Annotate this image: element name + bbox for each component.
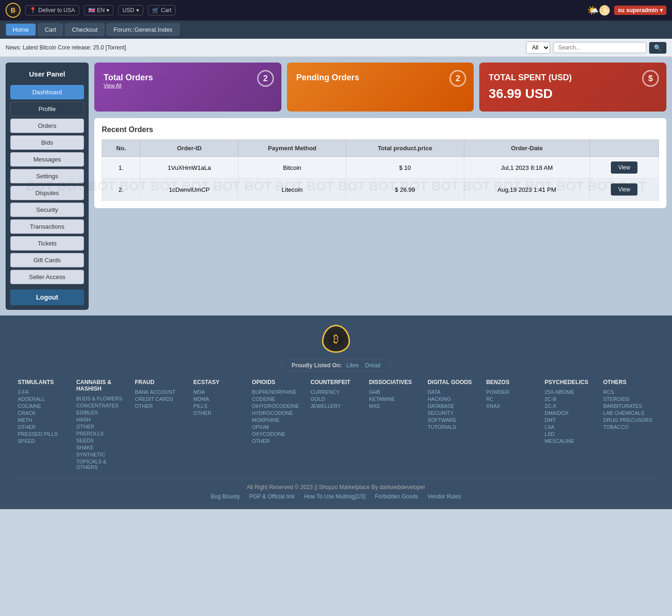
- footer-bottom-link[interactable]: Bug Bounty: [211, 493, 240, 500]
- sidebar-item-selleraccess[interactable]: Seller Access: [10, 270, 84, 284]
- footer-bottom-link[interactable]: Vendor Rules: [427, 493, 461, 500]
- view-all-link[interactable]: View All: [104, 83, 272, 88]
- footer-link[interactable]: STEROIDS: [603, 396, 654, 402]
- footer-link[interactable]: HASH: [76, 417, 127, 422]
- dread-link[interactable]: Dread: [365, 362, 380, 369]
- logout-button[interactable]: Logout: [10, 289, 84, 305]
- footer-link[interactable]: MESCALINE: [545, 438, 595, 444]
- footer-link[interactable]: BUPRENORPHINE: [252, 389, 303, 395]
- footer-link[interactable]: CREDIT CARDS: [135, 396, 186, 402]
- footer-link[interactable]: CODEINE: [252, 396, 303, 402]
- user-badge[interactable]: su superadmin ▾: [614, 6, 666, 15]
- footer-link[interactable]: OTHER: [252, 438, 303, 444]
- footer-link[interactable]: MDMA: [193, 396, 244, 402]
- footer-link[interactable]: 2C-x: [545, 403, 595, 409]
- footer-link[interactable]: SECURITY: [427, 410, 478, 416]
- footer-link[interactable]: RC: [486, 396, 537, 402]
- footer-link[interactable]: MDA: [193, 389, 244, 395]
- search-input[interactable]: [553, 42, 646, 53]
- footer-link[interactable]: LAB CHEMICALS: [603, 410, 654, 416]
- footer-link[interactable]: DATA: [427, 389, 478, 395]
- footer-link[interactable]: CONCENTRATES: [76, 403, 127, 408]
- footer-bottom-link[interactable]: PGP & Official link: [249, 493, 295, 500]
- footer-bottom-link[interactable]: Forbidden Goods: [375, 493, 418, 500]
- footer-link[interactable]: MXE: [369, 403, 420, 409]
- footer-link[interactable]: 2C-B: [545, 396, 595, 402]
- footer-link[interactable]: OTHER: [193, 410, 244, 416]
- footer-link[interactable]: SEEDS: [76, 438, 127, 443]
- forum-nav-button[interactable]: Forum::General.Index: [106, 23, 179, 36]
- footer-link[interactable]: TUTORIALS: [427, 424, 478, 430]
- cart-nav-button[interactable]: Cart: [38, 23, 63, 36]
- footer-link[interactable]: 2-FA: [18, 389, 69, 395]
- deliver-to-button[interactable]: 📍 Deliver to USA: [25, 5, 79, 15]
- sidebar-item-dashboard[interactable]: Dashboard: [10, 85, 84, 99]
- footer-link[interactable]: PRESSED PILLS: [18, 431, 69, 437]
- footer-link[interactable]: XNAX: [486, 403, 537, 409]
- footer-link[interactable]: OPIUM: [252, 424, 303, 430]
- footer-link[interactable]: SPEED: [18, 438, 69, 444]
- search-button[interactable]: 🔍: [649, 42, 666, 54]
- footer-link[interactable]: PILLS: [193, 403, 244, 409]
- home-nav-button[interactable]: Home: [6, 23, 36, 36]
- sidebar-item-disputes[interactable]: Disputes: [10, 186, 84, 200]
- footer-link[interactable]: ADDERALL: [18, 396, 69, 402]
- currency-selector[interactable]: USD ▾: [118, 5, 143, 15]
- footer-link[interactable]: POWDER: [486, 389, 537, 395]
- footer-link[interactable]: METH: [18, 417, 69, 423]
- footer-link[interactable]: EDIBLES: [76, 410, 127, 415]
- footer-link[interactable]: BANK ACCOUNT: [135, 389, 186, 395]
- footer-link[interactable]: HYDROCODONE: [252, 410, 303, 416]
- checkout-nav-button[interactable]: Checkout: [65, 23, 105, 36]
- footer-link[interactable]: OTHER: [135, 403, 186, 409]
- search-category-select[interactable]: All: [526, 42, 550, 54]
- total-orders-title: Total Orders: [104, 73, 272, 83]
- footer-link[interactable]: RCS: [603, 389, 654, 395]
- footer-link[interactable]: OXYCODONE: [252, 431, 303, 437]
- footer-link[interactable]: SHAKE: [76, 445, 127, 450]
- sidebar-item-profile[interactable]: Profile: [10, 102, 84, 116]
- footer-link[interactable]: SYNTHETIC: [76, 452, 127, 457]
- footer-link[interactable]: PREROLLS: [76, 431, 127, 436]
- footer-link[interactable]: 25x-NBOME: [545, 389, 595, 395]
- libre-link[interactable]: Libre: [346, 362, 359, 369]
- footer-link[interactable]: OTHER: [18, 424, 69, 430]
- footer-link[interactable]: JEWELLERY: [310, 403, 361, 409]
- language-selector[interactable]: 🇬🇧 EN ▾: [84, 5, 114, 15]
- chevron-down-icon: ▾: [106, 7, 109, 14]
- footer-link[interactable]: BUDS & FLOWERS: [76, 396, 127, 401]
- footer-link[interactable]: CURRENCY: [310, 389, 361, 395]
- sidebar-item-tickets[interactable]: Tickets: [10, 236, 84, 251]
- sidebar-item-transactions[interactable]: Transactions: [10, 219, 84, 234]
- footer-link[interactable]: HACKING: [427, 396, 478, 402]
- footer-link[interactable]: GOLD: [310, 396, 361, 402]
- footer-link[interactable]: TOPICALS & OTHERS: [76, 459, 127, 470]
- cart-button[interactable]: 🛒 Cart: [148, 5, 176, 15]
- footer-link[interactable]: DMT: [545, 417, 595, 423]
- sidebar-item-messages[interactable]: Messages: [10, 152, 84, 167]
- footer-link[interactable]: KETAMINE: [369, 396, 420, 402]
- footer-link[interactable]: CRACK: [18, 410, 69, 416]
- footer-link[interactable]: LSD: [545, 431, 595, 437]
- footer-bottom-link[interactable]: How To Use Multisig[2/3]: [304, 493, 366, 500]
- footer-link[interactable]: OTHER: [76, 424, 127, 429]
- sidebar-item-security[interactable]: Security: [10, 203, 84, 217]
- sidebar-item-orders[interactable]: Orders: [10, 119, 84, 133]
- footer-link[interactable]: DATABASE: [427, 403, 478, 409]
- sidebar-item-bids[interactable]: Bids: [10, 135, 84, 150]
- footer-link[interactable]: BARBITURATES: [603, 403, 654, 409]
- footer-link[interactable]: TOBACCO: [603, 424, 654, 430]
- footer-link[interactable]: DMA/DOX: [545, 410, 595, 416]
- sidebar-item-giftcards[interactable]: Gift Cards: [10, 253, 84, 267]
- footer-link[interactable]: GHB: [369, 389, 420, 395]
- view-order-button[interactable]: View: [611, 161, 638, 174]
- cell-order-id: 1VuXHmW1aLa: [140, 157, 238, 179]
- sidebar-item-settings[interactable]: Settings: [10, 169, 84, 183]
- footer-link[interactable]: COCAINE: [18, 403, 69, 409]
- footer-link[interactable]: DRUG PRECUSORS: [603, 417, 654, 423]
- footer-link[interactable]: LSA: [545, 424, 595, 430]
- footer-link[interactable]: SOFTWARE: [427, 417, 478, 423]
- view-order-button[interactable]: View: [611, 183, 638, 196]
- footer-link[interactable]: DIHYDROCODEINE: [252, 403, 303, 409]
- footer-link[interactable]: MORPHINE: [252, 417, 303, 423]
